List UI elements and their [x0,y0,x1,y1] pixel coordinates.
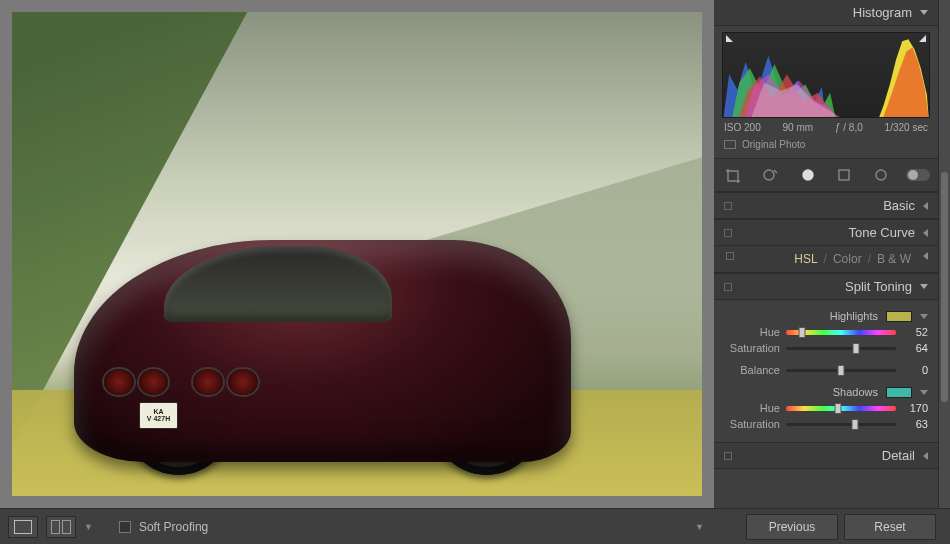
scrollbar-thumb[interactable] [941,172,948,402]
highlights-label: Highlights [724,310,878,322]
highlights-sat-slider[interactable] [786,343,896,353]
car-subject: KAV 427H [74,240,571,463]
balance-slider[interactable] [786,365,896,375]
basic-header[interactable]: Basic [714,192,938,219]
previous-button[interactable]: Previous [746,514,838,540]
histogram-title: Histogram [853,5,912,20]
focal-length: 90 mm [783,122,814,133]
soft-proofing-checkbox[interactable] [119,521,131,533]
shadows-sat-value[interactable]: 63 [902,418,928,430]
highlights-sat-value[interactable]: 64 [902,342,928,354]
svg-rect-3 [839,170,849,180]
hsl-color-bw-header[interactable]: HSL / Color / B & W [714,246,938,273]
shadows-hue-value[interactable]: 170 [902,402,928,414]
loupe-view-button[interactable] [8,516,38,538]
bottom-toolbar: ▼ Soft Proofing ▼ Previous Reset [0,508,950,544]
histogram-header[interactable]: Histogram [714,0,938,26]
chevron-down-icon [920,10,928,15]
preview-image: KAV 427H [12,12,702,496]
svg-point-2 [806,173,810,177]
split-toning-header[interactable]: Split Toning [714,273,938,300]
radial-filter-icon[interactable] [869,165,893,185]
aperture-value: ƒ / 8,0 [835,122,863,133]
panel-scrollbar[interactable] [938,0,950,508]
detail-header[interactable]: Detail [714,442,938,469]
panel-switch-icon[interactable] [724,229,732,237]
chevron-down-icon [920,284,928,289]
highlights-swatch[interactable] [886,311,912,322]
panel-switch-icon[interactable] [724,283,732,291]
chevron-left-icon [923,452,928,460]
license-plate: KAV 427H [139,402,179,429]
color-tab[interactable]: Color [833,252,862,266]
chevron-down-icon[interactable]: ▼ [695,522,704,532]
shadows-swatch[interactable] [886,387,912,398]
highlights-hue-slider[interactable] [786,327,896,337]
histogram-graph[interactable] [722,32,930,118]
tone-curve-header[interactable]: Tone Curve [714,219,938,246]
reset-button[interactable]: Reset [844,514,936,540]
shadows-sat-slider[interactable] [786,419,896,429]
redeye-tool-icon[interactable] [796,165,820,185]
svg-point-4 [876,170,886,180]
chevron-down-icon[interactable]: ▼ [84,522,93,532]
chevron-left-icon [923,252,928,260]
balance-value[interactable]: 0 [902,364,928,376]
rectangle-icon [724,140,736,149]
crop-tool-icon[interactable] [722,165,746,185]
chevron-left-icon [923,229,928,237]
panel-switch-icon[interactable] [726,252,734,260]
spot-removal-icon[interactable] [759,165,783,185]
chevron-down-icon[interactable] [920,390,928,395]
shadows-hue-slider[interactable] [786,403,896,413]
highlights-hue-value[interactable]: 52 [902,326,928,338]
panel-switch-icon[interactable] [724,202,732,210]
panel-switch-icon[interactable] [724,452,732,460]
develop-right-panel: Histogram [714,0,950,508]
split-toning-panel: Highlights Hue 52 Saturation 64 Balance [714,300,938,442]
iso-value: ISO 200 [724,122,761,133]
brush-tool-icon[interactable] [906,165,930,185]
preview-pane[interactable]: KAV 427H [0,0,714,508]
chevron-down-icon[interactable] [920,314,928,319]
shadows-label: Shadows [724,386,878,398]
soft-proofing-label: Soft Proofing [139,520,208,534]
shutter-value: 1/320 sec [885,122,928,133]
hsl-tab[interactable]: HSL [794,252,817,266]
bw-tab[interactable]: B & W [877,252,911,266]
histogram-panel: ISO 200 90 mm ƒ / 8,0 1/320 sec Original… [714,26,938,158]
original-photo-toggle[interactable]: Original Photo [722,135,930,154]
compare-view-button[interactable] [46,516,76,538]
svg-point-0 [764,170,774,180]
graduated-filter-icon[interactable] [832,165,856,185]
chevron-left-icon [923,202,928,210]
tool-strip [714,158,938,192]
